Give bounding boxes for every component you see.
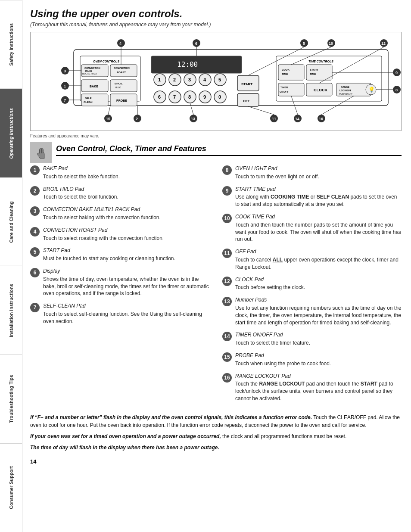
feature-text-1: BAKE PadTouch to select the bake functio… [43,165,120,180]
left-column: 1BAKE PadTouch to select the bake functi… [30,165,209,408]
feature-title-16: RANGE LOCKOUT Pad [235,373,402,380]
svg-text:5: 5 [218,77,221,82]
svg-rect-12 [110,80,137,92]
right-column: 8OVEN LIGHT PadTouch to turn the oven li… [222,165,402,408]
feature-desc-5: Must be touched to start any cooking or … [43,255,175,262]
sidebar-item-consumer[interactable]: Consumer Support [0,443,22,532]
feature-item-8: 8OVEN LIGHT PadTouch to turn the oven li… [222,165,402,180]
svg-text:3: 3 [188,77,191,82]
feature-title-4: CONVECTION ROAST Pad [43,227,164,234]
svg-text:2: 2 [136,117,138,121]
page-title: Using the upper oven controls. [30,8,402,20]
feature-title-8: OVEN LIGHT Pad [235,165,319,172]
feature-text-11: OFF PadTouch to cancel ALL upper oven op… [235,248,402,271]
feature-title-14: TIMER ON/OFF Pad [235,331,310,339]
svg-text:14: 14 [295,117,299,121]
svg-text:1: 1 [64,84,66,88]
feature-desc-8: Touch to turn the oven light on or off. [235,173,319,180]
feature-item-3: 3CONVECTION BAKE MULTI/1 RACK PadTouch t… [30,206,209,221]
svg-text:BAKE: BAKE [90,85,98,88]
svg-text:7: 7 [64,98,66,103]
svg-text:4: 4 [119,41,121,46]
feature-desc-15: Touch when using the probe to cook food. [235,360,331,367]
feature-desc-11: Touch to cancel ALL upper oven operation… [235,256,402,271]
hand-icon [30,142,52,163]
sidebar-item-installation[interactable]: Installation Instructions [0,266,22,355]
svg-text:ON/OFF: ON/OFF [280,90,289,93]
svg-text:OFF: OFF [243,99,250,103]
svg-text:MULTI/1 RACK: MULTI/1 RACK [82,72,97,75]
feature-num-12: 12 [222,277,232,286]
feature-num-14: 14 [222,332,232,341]
svg-text:6: 6 [195,41,197,46]
feature-num-4: 4 [30,227,40,236]
svg-text:TIMER: TIMER [280,86,288,89]
svg-text:PROBE: PROBE [116,99,127,102]
svg-text:CLEAN: CLEAN [84,101,93,103]
svg-text:16: 16 [319,117,323,121]
page-subtitle: (Throughout this manual, features and ap… [30,22,402,28]
sidebar-item-safety[interactable]: Safety Instructions [0,0,22,89]
oven-diagram: OVEN CONTROLS CONVECTION BAKE MULTI/1 RA… [30,32,402,131]
svg-rect-54 [278,83,304,96]
feature-title-3: CONVECTION BAKE MULTI/1 RACK Pad [43,206,161,213]
feature-text-5: START PadMust be touched to start any co… [43,247,175,262]
feature-text-14: TIMER ON/OFF PadTouch to select the time… [235,331,310,347]
feature-item-14: 14TIMER ON/OFF PadTouch to select the ti… [222,331,402,347]
feature-desc-13: Use to set any function requiring number… [235,305,402,326]
feature-num-9: 9 [222,186,232,196]
feature-item-11: 11OFF PadTouch to cancel ALL upper oven … [222,248,402,271]
svg-text:OVEN CONTROLS: OVEN CONTROLS [93,60,119,63]
feature-item-15: 15PROBE PadTouch when using the probe to… [222,352,402,367]
feature-num-16: 16 [222,373,232,383]
feature-desc-3: Touch to select baking with the convecti… [43,214,161,221]
feature-desc-14: Touch to select the timer feature. [235,339,310,347]
svg-text:7: 7 [173,94,176,100]
svg-rect-15 [81,94,108,106]
note-paragraph: If your oven was set for a timed oven op… [30,432,402,440]
svg-text:6: 6 [158,94,161,100]
diagram-caption: Features and appearance may vary. [30,134,402,138]
feature-title-7: SELF-CLEAN Pad [43,302,209,310]
svg-line-109 [108,106,110,115]
feature-num-7: 7 [30,303,40,312]
svg-text:SELF: SELF [85,97,92,100]
svg-text:RANGE: RANGE [341,86,349,88]
feature-item-1: 1BAKE PadTouch to select the bake functi… [30,165,209,180]
feature-title-5: START Pad [43,247,175,254]
feature-text-7: SELF-CLEAN PadTouch to select self-clean… [43,302,209,325]
svg-text:8: 8 [188,94,191,100]
feature-text-12: CLOCK PadTouch before setting the clock. [235,276,305,292]
svg-text:TIME: TIME [310,73,316,75]
sidebar: Safety Instructions Operating Instructio… [0,0,22,532]
feature-title-2: BROIL HI/LO Pad [43,186,118,193]
svg-text:4: 4 [203,77,206,82]
diagram-container: OVEN CONTROLS CONVECTION BAKE MULTI/1 RA… [35,37,397,127]
section-title: Oven Control, Clock, Timer and Features [56,144,402,156]
svg-line-103 [190,103,193,115]
svg-rect-48 [278,65,304,80]
feature-text-4: CONVECTION ROAST PadTouch to select roas… [43,227,164,242]
feature-title-15: PROBE Pad [235,352,331,359]
feature-desc-9: Use along with COOKING TIME or SELF CLEA… [235,193,402,208]
svg-text:15: 15 [106,117,110,121]
svg-text:CLOCK: CLOCK [314,88,327,92]
svg-text:12: 12 [381,41,386,46]
svg-text:11: 11 [272,117,276,121]
feature-title-1: BAKE Pad [43,165,120,172]
feature-num-3: 3 [30,206,40,216]
svg-text:0: 0 [218,94,221,100]
feature-num-6: 6 [30,268,40,277]
feature-text-2: BROIL HI/LO PadTouch to select the broil… [43,186,118,201]
sidebar-item-care[interactable]: Care and Cleaning [0,177,22,266]
feature-num-11: 11 [222,249,232,258]
feature-desc-4: Touch to select roasting with the convec… [43,235,164,242]
svg-rect-51 [306,65,332,80]
oven-diagram-svg: OVEN CONTROLS CONVECTION BAKE MULTI/1 RA… [35,37,405,125]
sidebar-item-troubleshooting[interactable]: Troubleshooting Tips [0,355,22,443]
svg-text:CONVECTION: CONVECTION [84,67,100,69]
feature-num-15: 15 [222,352,232,362]
notes-block: If “F– and a number or letter” flash in … [30,414,402,451]
feature-desc-6: Shows the time of day, oven temperature,… [43,276,209,297]
sidebar-item-operating[interactable]: Operating Instructions [0,89,22,177]
